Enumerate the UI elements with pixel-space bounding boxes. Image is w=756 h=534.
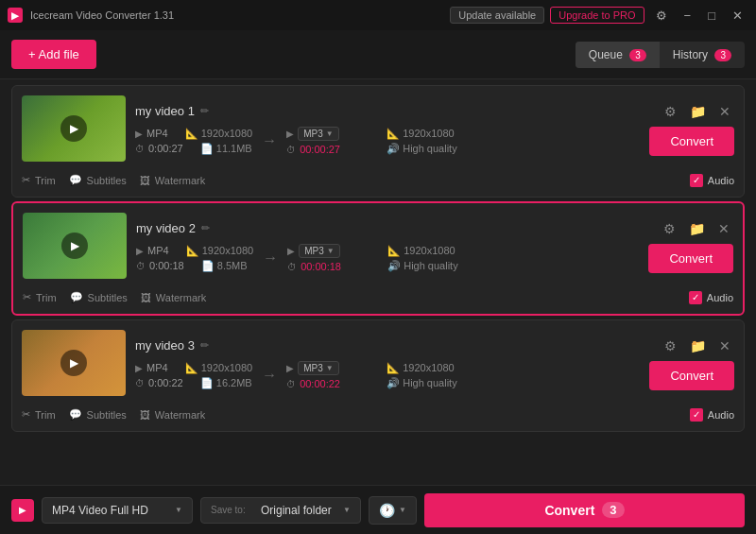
card-controls-2: ⚙ 📁 ✕ bbox=[660, 219, 733, 238]
queue-tab[interactable]: Queue 3 bbox=[576, 42, 660, 68]
close-button[interactable]: ✕ bbox=[727, 7, 748, 25]
history-badge: 3 bbox=[714, 49, 731, 61]
output-format-badge-2[interactable]: MP3 ▼ bbox=[299, 244, 339, 258]
card-main-1: ▶ my video 1 ✏ ⚙ 📁 ✕ bbox=[12, 86, 744, 165]
format-icon-in-1: ▶ bbox=[135, 129, 143, 139]
subtitles-button-3[interactable]: 💬 Subtitles bbox=[69, 405, 140, 423]
output-res-group-1: 📐 1920x1080 🔊 High quality bbox=[387, 128, 462, 155]
schedule-button[interactable]: 🕐 ▼ bbox=[369, 496, 417, 525]
video-name-1: my video 1 ✏ bbox=[135, 104, 209, 118]
audio-toggle-3[interactable]: ✓ Audio bbox=[690, 408, 734, 422]
edit-icon-3[interactable]: ✏ bbox=[200, 339, 209, 352]
duration-icon-out-2: ⏱ bbox=[287, 262, 297, 272]
card-controls-1: ⚙ 📁 ✕ bbox=[661, 102, 734, 121]
subtitles-button-1[interactable]: 💬 Subtitles bbox=[69, 171, 140, 189]
output-format-badge-3[interactable]: MP3 ▼ bbox=[298, 361, 338, 375]
video-card-3[interactable]: ▶ my video 3 ✏ ⚙ 📁 ✕ bbox=[11, 319, 745, 432]
format-select[interactable]: MP4 Video Full HD ▼ bbox=[42, 497, 193, 524]
thumbnail-1[interactable]: ▶ bbox=[22, 95, 126, 162]
clock-icon: 🕐 bbox=[379, 503, 395, 518]
input-res-1: 📐 1920x1080 bbox=[185, 128, 253, 140]
convert-button-3[interactable]: Convert bbox=[649, 361, 734, 390]
format-icon-in-2: ▶ bbox=[136, 246, 144, 256]
minimize-button[interactable]: − bbox=[679, 7, 697, 25]
edit-icon-2[interactable]: ✏ bbox=[201, 222, 210, 234]
clock-chevron: ▼ bbox=[399, 506, 406, 514]
card-info-3: my video 3 ✏ ⚙ 📁 ✕ ▶ MP4 📐 1920x1 bbox=[135, 336, 734, 390]
main-convert-button[interactable]: Convert 3 bbox=[424, 493, 745, 527]
watermark-button-3[interactable]: 🖼 Watermark bbox=[140, 406, 218, 423]
input-res-3: 📐 1920x1080 bbox=[185, 362, 253, 374]
watermark-button-1[interactable]: 🖼 Watermark bbox=[140, 172, 218, 189]
folder-icon-1[interactable]: 📁 bbox=[686, 102, 710, 121]
watermark-icon-1: 🖼 bbox=[140, 175, 150, 186]
play-button-3[interactable]: ▶ bbox=[60, 350, 87, 376]
top-bar: + Add file Queue 3 History 3 bbox=[0, 30, 756, 79]
input-format-3: MP4 bbox=[146, 362, 168, 373]
remove-icon-1[interactable]: ✕ bbox=[715, 102, 734, 121]
save-to-select[interactable]: Save to: Original folder ▼ bbox=[200, 497, 361, 524]
remove-icon-3[interactable]: ✕ bbox=[715, 336, 734, 355]
output-duration-1: 00:00:27 bbox=[300, 144, 340, 155]
settings-icon-1[interactable]: ⚙ bbox=[661, 102, 680, 121]
convert-button-2[interactable]: Convert bbox=[648, 244, 733, 273]
input-meta-1: ▶ MP4 📐 1920x1080 ⏱ 0:00:27 📄 11.1MB bbox=[135, 128, 252, 155]
gear-button[interactable]: ⚙ bbox=[650, 7, 673, 25]
upgrade-button[interactable]: Upgrade to PRO bbox=[550, 7, 644, 24]
settings-icon-3[interactable]: ⚙ bbox=[661, 336, 680, 355]
convert-button-1[interactable]: Convert bbox=[649, 127, 734, 156]
play-button-1[interactable]: ▶ bbox=[60, 115, 87, 142]
trim-icon-2: ✂ bbox=[23, 291, 31, 303]
input-duration-1: 0:00:27 bbox=[148, 143, 183, 154]
play-button-2[interactable]: ▶ bbox=[61, 233, 88, 259]
folder-icon-2[interactable]: 📁 bbox=[685, 219, 709, 238]
bottom-bar: ▶ MP4 Video Full HD ▼ Save to: Original … bbox=[0, 485, 756, 534]
video-card-2[interactable]: ▶ my video 2 ✏ ⚙ 📁 ✕ bbox=[11, 201, 745, 316]
card-footer-1: ✂ Trim 💬 Subtitles 🖼 Watermark ✓ Audio bbox=[12, 165, 744, 197]
save-to-chevron: ▼ bbox=[343, 506, 351, 514]
card-header-3: my video 3 ✏ ⚙ 📁 ✕ bbox=[135, 336, 734, 355]
audio-checkbox-1[interactable]: ✓ bbox=[690, 174, 703, 187]
duration-icon-in-3: ⏱ bbox=[135, 378, 145, 388]
card-body-2: ▶ MP4 📐 1920x1080 ⏱ 0:00:18 📄 8.5MB → bbox=[136, 244, 733, 273]
trim-button-1[interactable]: ✂ Trim bbox=[22, 171, 69, 189]
output-format-chevron-1: ▼ bbox=[326, 129, 334, 138]
output-res-group-2: 📐 1920x1080 🔊 High quality bbox=[387, 245, 463, 272]
output-format-badge-1[interactable]: MP3 ▼ bbox=[298, 127, 338, 141]
folder-icon-3[interactable]: 📁 bbox=[686, 336, 710, 355]
audio-toggle-2[interactable]: ✓ Audio bbox=[689, 291, 733, 304]
edit-icon-1[interactable]: ✏ bbox=[200, 105, 209, 117]
audio-checkbox-2[interactable]: ✓ bbox=[689, 291, 702, 304]
output-format-chevron-3: ▼ bbox=[326, 364, 334, 372]
thumbnail-3[interactable]: ▶ bbox=[22, 330, 126, 396]
card-info-2: my video 2 ✏ ⚙ 📁 ✕ ▶ MP4 📐 1920x1 bbox=[136, 219, 733, 273]
card-body-3: ▶ MP4 📐 1920x1080 ⏱ 0:00:22 📄 16.2MB → bbox=[135, 361, 734, 390]
update-badge: Update available bbox=[450, 7, 544, 24]
input-res-2: 📐 1920x1080 bbox=[186, 245, 254, 257]
card-controls-3: ⚙ 📁 ✕ bbox=[661, 336, 734, 355]
settings-icon-2[interactable]: ⚙ bbox=[660, 219, 679, 238]
remove-icon-2[interactable]: ✕ bbox=[714, 219, 733, 238]
format-icon-in-3: ▶ bbox=[135, 363, 143, 373]
arrow-icon-2: → bbox=[263, 250, 278, 267]
audio-checkbox-3[interactable]: ✓ bbox=[690, 408, 703, 422]
card-main-3: ▶ my video 3 ✏ ⚙ 📁 ✕ bbox=[12, 320, 744, 400]
subtitles-icon-2: 💬 bbox=[70, 291, 83, 303]
duration-icon-out-3: ⏱ bbox=[286, 379, 296, 389]
trim-button-2[interactable]: ✂ Trim bbox=[23, 288, 70, 306]
thumbnail-2[interactable]: ▶ bbox=[23, 213, 127, 279]
maximize-button[interactable]: □ bbox=[702, 7, 721, 25]
output-duration-3: 00:00:22 bbox=[300, 378, 340, 389]
audio-toggle-1[interactable]: ✓ Audio bbox=[690, 174, 734, 187]
watermark-icon-3: 🖼 bbox=[140, 409, 150, 421]
subtitles-button-2[interactable]: 💬 Subtitles bbox=[70, 288, 141, 306]
output-meta-2: ▶ MP3 ▼ ⏱ 00:00:18 bbox=[287, 244, 382, 272]
output-res-group-3: 📐 1920x1080 🔊 High quality bbox=[387, 362, 462, 389]
add-file-button[interactable]: + Add file bbox=[11, 40, 96, 69]
video-list: ▶ my video 1 ✏ ⚙ 📁 ✕ bbox=[0, 79, 756, 507]
input-duration-3: 0:00:22 bbox=[148, 377, 183, 388]
watermark-button-2[interactable]: 🖼 Watermark bbox=[141, 289, 219, 306]
history-tab[interactable]: History 3 bbox=[660, 42, 745, 68]
video-card-1[interactable]: ▶ my video 1 ✏ ⚙ 📁 ✕ bbox=[11, 85, 745, 198]
trim-button-3[interactable]: ✂ Trim bbox=[22, 405, 69, 423]
